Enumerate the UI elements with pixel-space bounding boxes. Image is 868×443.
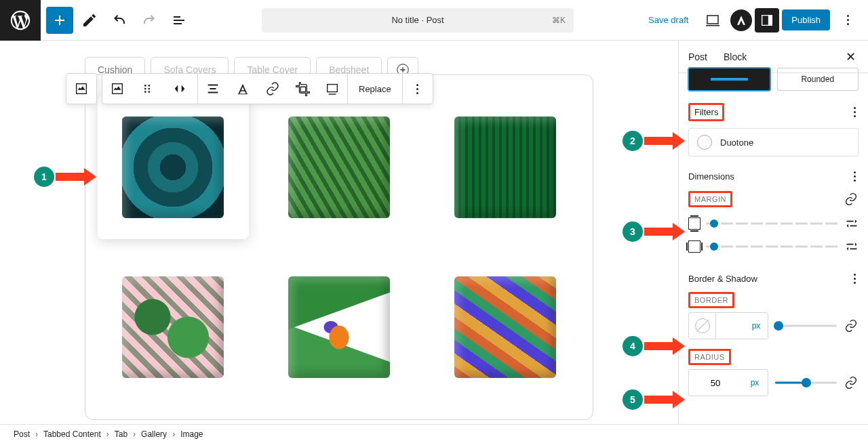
border-shadow-label: Border & Shadow: [688, 274, 757, 284]
annotation-arrow-3: [644, 226, 685, 238]
svg-point-7: [144, 91, 146, 93]
block-toolbar: Replace: [102, 73, 433, 104]
breadcrumb-item[interactable]: Post: [14, 429, 30, 439]
link-button[interactable]: [258, 74, 288, 104]
document-title[interactable]: No title · Post ⌘K: [262, 8, 574, 33]
unlink-border-icon[interactable]: [844, 318, 859, 333]
annotation-arrow-4: [644, 340, 685, 352]
crop-button[interactable]: [288, 74, 317, 104]
border-width-input[interactable]: px: [688, 312, 768, 339]
gallery-item-5[interactable]: [264, 255, 415, 399]
gallery-item-1[interactable]: [98, 96, 249, 239]
parent-block-selector[interactable]: [66, 73, 97, 104]
document-overview-button[interactable]: [165, 7, 193, 34]
custom-size-icon[interactable]: [845, 217, 859, 230]
move-arrows-icon[interactable]: [162, 74, 197, 104]
duotone-swatch-icon: [697, 135, 712, 150]
radius-unit[interactable]: px: [742, 370, 768, 396]
gallery-item-6[interactable]: [429, 255, 580, 399]
pillow-image: [454, 117, 556, 218]
block-type-icon[interactable]: [102, 74, 132, 104]
text-overlay-button[interactable]: [228, 74, 258, 104]
svg-rect-9: [328, 85, 338, 92]
preview-button[interactable]: [699, 7, 726, 34]
breadcrumb-item[interactable]: Image: [180, 429, 203, 439]
drag-handle-icon[interactable]: [132, 74, 162, 104]
filters-panel-header: Filters: [688, 103, 859, 121]
svg-point-5: [144, 88, 146, 90]
settings-sidebar-toggle[interactable]: [755, 8, 779, 33]
command-shortcut: ⌘K: [552, 16, 566, 25]
gallery-grid: [98, 96, 580, 399]
more-options-button[interactable]: [834, 7, 861, 34]
radius-control-row: px: [688, 369, 859, 396]
margin-horizontal-icon: [688, 240, 701, 253]
breadcrumb-item[interactable]: Tab: [115, 429, 127, 439]
filters-label: Filters: [688, 103, 724, 121]
duotone-control[interactable]: Duotone: [688, 128, 859, 156]
border-panel-header: Border & Shadow: [688, 271, 859, 287]
margin-horizontal-row: [688, 240, 859, 253]
redo-button[interactable]: [136, 7, 163, 34]
style-variant-default[interactable]: [688, 68, 770, 91]
annotation-bubble-2: 2: [623, 131, 643, 151]
gallery-item-4[interactable]: [98, 255, 249, 399]
style-variant-rounded[interactable]: Rounded: [777, 68, 859, 91]
replace-button[interactable]: Replace: [348, 74, 403, 104]
gallery-item-3[interactable]: [429, 96, 580, 239]
radius-field[interactable]: [689, 370, 742, 396]
pillow-image: [288, 276, 390, 378]
border-width-slider[interactable]: [775, 319, 837, 333]
annotation-arrow-2: [644, 135, 685, 147]
topbar-right: Save draft Publish: [642, 7, 868, 34]
settings-sidebar: Post Block ✕ Rounded Filters Duotone Dim…: [678, 41, 868, 424]
add-block-button[interactable]: [46, 7, 73, 34]
annotation-bubble-1: 1: [34, 167, 54, 187]
annotation-arrow-5: [644, 394, 685, 406]
custom-size-icon[interactable]: [845, 240, 859, 253]
dimensions-label: Dimensions: [688, 171, 734, 182]
plugin-astra-icon[interactable]: [730, 9, 752, 31]
pillow-image: [288, 117, 390, 218]
tab-content-panel: [85, 75, 593, 420]
publish-button[interactable]: Publish: [782, 9, 830, 30]
top-toolbar: No title · Post ⌘K Save draft Publish: [0, 0, 868, 41]
edit-mode-button[interactable]: [76, 7, 103, 34]
caption-button[interactable]: [317, 74, 347, 104]
filters-more-button[interactable]: [851, 104, 859, 120]
radius-label: RADIUS: [688, 349, 731, 365]
unlink-radius-icon[interactable]: [844, 375, 859, 390]
save-draft-button[interactable]: Save draft: [642, 9, 695, 30]
gallery-item-2[interactable]: [264, 96, 415, 239]
border-more-button[interactable]: [851, 271, 859, 287]
block-more-options[interactable]: [403, 74, 433, 104]
dimensions-more-button[interactable]: [851, 169, 859, 184]
undo-button[interactable]: [106, 7, 133, 34]
radius-input[interactable]: px: [688, 369, 768, 396]
margin-vertical-slider[interactable]: [706, 217, 840, 230]
border-unit[interactable]: px: [745, 313, 768, 339]
svg-point-6: [148, 88, 150, 90]
annotation-bubble-4: 4: [623, 336, 643, 356]
wp-logo[interactable]: [0, 0, 41, 41]
border-control-row: px: [688, 312, 859, 339]
breadcrumb-item[interactable]: Gallery: [141, 429, 167, 439]
annotation-bubble-3: 3: [623, 222, 643, 242]
annotation-bubble-5: 5: [623, 389, 643, 410]
document-title-bar: No title · Post ⌘K: [221, 8, 614, 33]
style-variants-row: Rounded: [688, 68, 859, 91]
margin-vertical-row: [688, 217, 859, 230]
close-sidebar-button[interactable]: ✕: [843, 47, 859, 67]
breadcrumb-item[interactable]: Tabbed Content: [43, 429, 101, 439]
svg-point-3: [144, 85, 146, 87]
margin-vertical-icon: [688, 217, 701, 230]
align-button[interactable]: [198, 74, 228, 104]
duotone-label: Duotone: [720, 138, 753, 148]
annotation-arrow-1: [56, 171, 96, 183]
radius-slider[interactable]: [775, 376, 837, 389]
border-width-field[interactable]: [716, 313, 745, 339]
link-sides-icon[interactable]: [844, 192, 859, 207]
margin-horizontal-slider[interactable]: [706, 240, 840, 253]
document-title-text: No title · Post: [391, 15, 443, 25]
border-color-swatch[interactable]: [689, 313, 716, 339]
